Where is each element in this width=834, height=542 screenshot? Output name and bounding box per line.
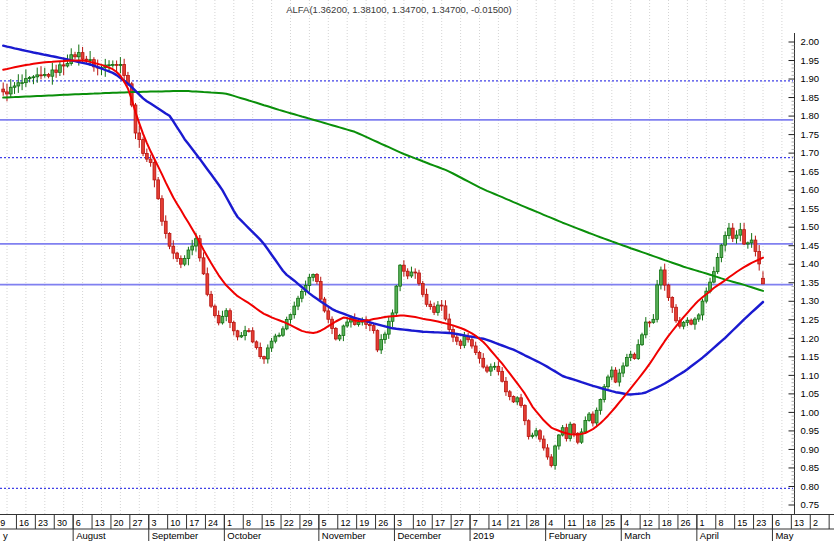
svg-text:18: 18 bbox=[662, 518, 672, 528]
svg-text:1.10: 1.10 bbox=[801, 370, 820, 381]
svg-text:1.95: 1.95 bbox=[801, 55, 820, 66]
svg-text:3: 3 bbox=[151, 518, 156, 528]
moving-averages-layer bbox=[3, 46, 763, 435]
svg-text:28: 28 bbox=[529, 518, 539, 528]
svg-text:1.20: 1.20 bbox=[801, 333, 820, 344]
svg-text:12: 12 bbox=[340, 518, 350, 528]
svg-text:22: 22 bbox=[284, 518, 294, 528]
svg-text:23: 23 bbox=[756, 518, 766, 528]
svg-text:0.85: 0.85 bbox=[801, 462, 820, 473]
svg-text:20: 20 bbox=[114, 518, 124, 528]
svg-text:10: 10 bbox=[416, 518, 426, 528]
svg-text:1.65: 1.65 bbox=[801, 166, 820, 177]
svg-text:0.90: 0.90 bbox=[801, 444, 820, 455]
svg-text:26: 26 bbox=[681, 518, 691, 528]
svg-text:December: December bbox=[397, 530, 441, 541]
svg-text:17: 17 bbox=[189, 518, 199, 528]
svg-text:24: 24 bbox=[208, 518, 218, 528]
svg-text:2.00: 2.00 bbox=[801, 36, 820, 47]
svg-text:12: 12 bbox=[643, 518, 653, 528]
svg-text:1: 1 bbox=[227, 518, 232, 528]
svg-text:May: May bbox=[775, 530, 793, 541]
svg-text:15: 15 bbox=[265, 518, 275, 528]
svg-text:October: October bbox=[227, 530, 261, 541]
svg-text:1.90: 1.90 bbox=[801, 73, 820, 84]
svg-text:1.40: 1.40 bbox=[801, 258, 820, 269]
svg-text:1.30: 1.30 bbox=[801, 295, 820, 306]
svg-text:2019: 2019 bbox=[473, 530, 494, 541]
svg-text:26: 26 bbox=[378, 518, 388, 528]
svg-text:14: 14 bbox=[492, 518, 502, 528]
svg-text:1.70: 1.70 bbox=[801, 147, 820, 158]
svg-text:27: 27 bbox=[454, 518, 464, 528]
svg-text:0.95: 0.95 bbox=[801, 425, 820, 436]
svg-text:27: 27 bbox=[133, 518, 143, 528]
svg-text:10: 10 bbox=[170, 518, 180, 528]
svg-text:5: 5 bbox=[322, 518, 327, 528]
y-axis[interactable]: 2.001.951.901.851.801.751.701.651.601.55… bbox=[789, 33, 820, 514]
svg-text:19: 19 bbox=[359, 518, 369, 528]
svg-text:9: 9 bbox=[0, 518, 5, 528]
svg-text:September: September bbox=[152, 530, 198, 541]
svg-text:November: November bbox=[322, 530, 366, 541]
gridlines-layer bbox=[7, 0, 782, 514]
svg-text:0.80: 0.80 bbox=[801, 481, 820, 492]
svg-text:1.45: 1.45 bbox=[801, 240, 820, 251]
chart-window: 2.001.951.901.851.801.751.701.651.601.55… bbox=[0, 0, 834, 542]
svg-text:4: 4 bbox=[624, 518, 629, 528]
price-chart-canvas[interactable]: 2.001.951.901.851.801.751.701.651.601.55… bbox=[0, 0, 834, 542]
x-axis[interactable]: 9162330613202731017241815222951219263101… bbox=[0, 515, 834, 542]
svg-text:1.00: 1.00 bbox=[801, 407, 820, 418]
svg-text:13: 13 bbox=[95, 518, 105, 528]
svg-text:y: y bbox=[3, 530, 8, 541]
svg-text:13: 13 bbox=[794, 518, 804, 528]
svg-text:8: 8 bbox=[246, 518, 251, 528]
svg-text:11: 11 bbox=[567, 518, 576, 528]
svg-text:29: 29 bbox=[303, 518, 313, 528]
svg-text:4: 4 bbox=[548, 518, 553, 528]
svg-text:1.85: 1.85 bbox=[801, 92, 820, 103]
svg-text:0.75: 0.75 bbox=[801, 499, 820, 510]
svg-text:18: 18 bbox=[586, 518, 596, 528]
svg-text:2: 2 bbox=[813, 518, 818, 528]
svg-text:16: 16 bbox=[19, 518, 29, 528]
svg-text:21: 21 bbox=[511, 518, 521, 528]
chart-title: ALFA(1.36200, 1.38100, 1.34700, 1.34700,… bbox=[286, 4, 512, 15]
svg-text:6: 6 bbox=[76, 518, 81, 528]
svg-text:7: 7 bbox=[473, 518, 478, 528]
svg-text:3: 3 bbox=[397, 518, 402, 528]
svg-text:1.35: 1.35 bbox=[801, 277, 820, 288]
svg-text:1.05: 1.05 bbox=[801, 388, 820, 399]
svg-text:25: 25 bbox=[605, 518, 615, 528]
svg-text:15: 15 bbox=[737, 518, 747, 528]
svg-text:17: 17 bbox=[435, 518, 445, 528]
svg-text:1.60: 1.60 bbox=[801, 184, 820, 195]
svg-text:1: 1 bbox=[700, 518, 705, 528]
svg-text:6: 6 bbox=[775, 518, 780, 528]
svg-text:23: 23 bbox=[38, 518, 48, 528]
svg-text:1.55: 1.55 bbox=[801, 203, 820, 214]
svg-text:1.25: 1.25 bbox=[801, 314, 820, 325]
svg-text:1.80: 1.80 bbox=[801, 110, 820, 121]
svg-text:30: 30 bbox=[57, 518, 67, 528]
svg-text:April: April bbox=[700, 530, 719, 541]
svg-text:1.15: 1.15 bbox=[801, 351, 820, 362]
svg-text:1.75: 1.75 bbox=[801, 129, 820, 140]
svg-text:8: 8 bbox=[718, 518, 723, 528]
svg-text:February: February bbox=[549, 530, 587, 541]
svg-text:1.50: 1.50 bbox=[801, 221, 820, 232]
svg-text:August: August bbox=[76, 530, 106, 541]
svg-text:March: March bbox=[624, 530, 650, 541]
